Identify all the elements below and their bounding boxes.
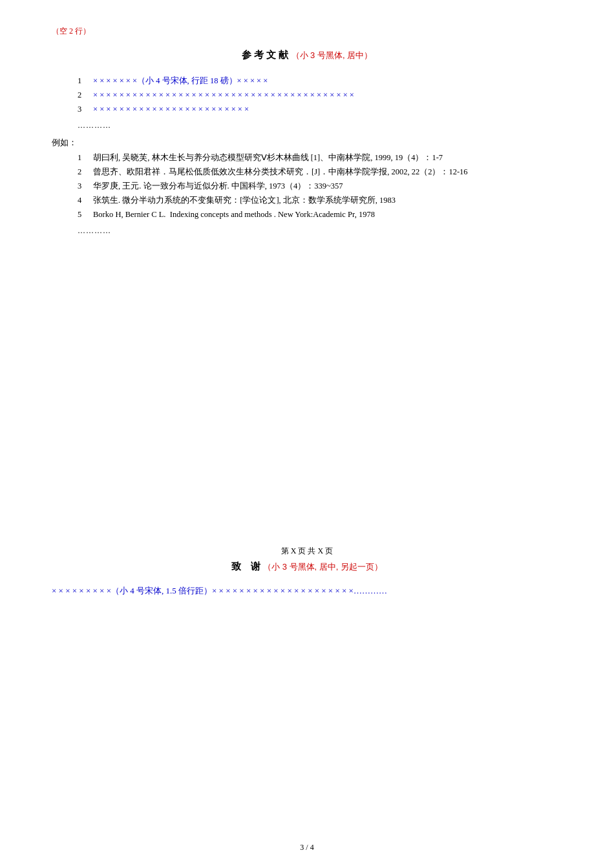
format-ref-item-3: 3 × × × × × × × × × × × × × × × × × × × … [78,103,562,116]
empty-lines-note: （空 2 行） [52,26,562,49]
dots-2: ………… [78,226,562,236]
example-ref-item-1: 1 胡曰利, 吴晓芙, 林木生长与养分动态模型研究Ⅴ杉木林曲线 [1]、中南林学… [78,151,562,164]
ack-content: × × × × × × × × ×（小 4 号宋体, 1.5 倍行距）× × ×… [52,583,562,598]
example-ref-item-3: 3 华罗庚, 王元. 论一致分布与近似分析. 中国科学, 1973（4）：339… [78,180,562,192]
example-ref-item-4: 4 张筑生. 微分半动力系统的不变集研究：[学位论文], 北京：数学系统学研究所… [78,194,562,207]
acknowledgment-title: 致 谢 （小 3 号黑体, 居中, 另起一页） [52,561,562,573]
page-number: 第 X 页 共 X 页 [52,546,562,557]
example-ref-item-5: 5 Borko H, Bernier C L. Indexing concept… [78,208,562,221]
format-ref-list: 1 × × × × × × ×（小 4 号宋体, 行距 18 磅）× × × ×… [78,74,562,116]
format-ref-item-2: 2 × × × × × × × × × × × × × × × × × × × … [78,88,562,101]
format-ref-item-1: 1 × × × × × × ×（小 4 号宋体, 行距 18 磅）× × × ×… [78,74,562,87]
references-title: 参 考 文 献 （小 3 号黑体, 居中） [52,49,562,61]
bottom-page-number: 3 / 4 [0,843,614,852]
example-ref-item-2: 2 曾思齐、欧阳君祥．马尾松低质低效次生林分类技术研究．[J]．中南林学院学报,… [78,165,562,178]
example-ref-list: 1 胡曰利, 吴晓芙, 林木生长与养分动态模型研究Ⅴ杉木林曲线 [1]、中南林学… [78,151,562,221]
empty-lines-label: （空 2 行） [52,26,90,36]
page-container: （空 2 行） 参 考 文 献 （小 3 号黑体, 居中） 1 × × × × … [0,0,614,868]
example-label: 例如： [52,137,562,149]
dots-1: ………… [78,121,562,130]
